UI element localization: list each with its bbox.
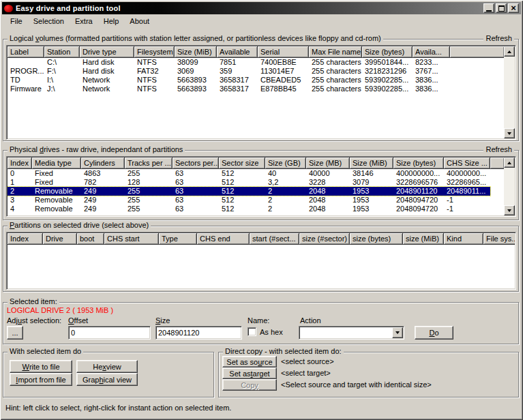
column-header[interactable]: CHS Size ... — [444, 158, 490, 169]
table-cell: 255 characters — [309, 67, 362, 76]
table-row[interactable]: 0Fixed486325563512404000038146400000000.… — [8, 169, 490, 178]
column-header[interactable]: Size (MiB) — [350, 158, 393, 169]
table-row[interactable]: 1Fixed782128635123,232283079322869657632… — [8, 178, 490, 187]
table-row[interactable]: 3Removable249255635122204819532048094720… — [8, 196, 490, 205]
set-as-source-button[interactable]: Set as source — [222, 356, 277, 368]
menu-selection[interactable]: Selection — [28, 16, 70, 27]
table-body[interactable]: 0Fixed486325563512404000038146400000000.… — [8, 169, 504, 215]
minimize-button[interactable] — [483, 3, 494, 13]
column-header[interactable]: Cylinders — [81, 158, 125, 169]
table-row[interactable]: FirmwareJ:\NetworkNTFS56638933658317E878… — [8, 85, 450, 93]
import-from-file-button[interactable]: Import from file — [10, 373, 72, 386]
column-header[interactable]: Sectors per... — [173, 158, 219, 169]
physical-drives-refresh[interactable]: Refresh — [483, 145, 514, 153]
column-header[interactable]: boot — [77, 233, 104, 245]
menu-extra[interactable]: Extra — [70, 16, 98, 27]
table-cell: 128 — [125, 178, 173, 187]
column-header[interactable]: Size (GB) — [265, 158, 306, 169]
dropdown-arrow-button[interactable] — [392, 327, 403, 338]
table-cell: Firmware — [8, 85, 44, 93]
graphical-view-button[interactable]: Graphical view — [76, 373, 138, 386]
table-row[interactable]: PROGR...F:\Hard diskFAT323069359113014E7… — [8, 67, 450, 76]
maximize-button[interactable] — [496, 3, 507, 13]
column-header[interactable]: Media type — [32, 158, 81, 169]
table-cell: NTFS — [134, 58, 175, 67]
table-cell: 2048094720 — [393, 196, 444, 205]
column-header[interactable]: CHS end — [197, 233, 250, 245]
write-to-file-button[interactable]: Write to file — [10, 360, 72, 373]
table-cell: 399501844... — [362, 58, 413, 67]
column-header[interactable]: Drive — [43, 233, 77, 245]
logical-volumes-scrollbar[interactable] — [504, 46, 515, 138]
scrollbar-track[interactable] — [504, 57, 515, 128]
column-header[interactable]: Size (MB) — [306, 158, 350, 169]
column-header[interactable]: Size (MiB) — [175, 46, 217, 58]
column-header[interactable]: Serial — [258, 46, 309, 58]
scroll-down-button[interactable] — [504, 128, 515, 138]
maximize-icon — [498, 5, 505, 12]
window-title: Easy drive and partition tool — [16, 4, 121, 12]
table-cell: -1 — [444, 205, 490, 213]
table-cell: Fixed — [32, 178, 81, 187]
table-cell: 255 characters — [309, 58, 362, 67]
column-header[interactable]: Filesystem — [134, 46, 175, 58]
column-header[interactable]: Size (bytes) — [362, 46, 413, 58]
column-header[interactable]: Station — [44, 46, 80, 58]
column-header[interactable]: start (#sect... — [250, 233, 299, 245]
column-header[interactable]: Type — [159, 233, 197, 245]
menu-about[interactable]: About — [124, 16, 155, 27]
table-row[interactable]: C:\Hard diskNTFS3809978517400EB8E255 cha… — [8, 58, 450, 67]
close-button[interactable]: × — [508, 3, 519, 13]
hex-view-button[interactable]: Hex view — [76, 360, 138, 373]
table-cell: 593902285... — [362, 85, 413, 93]
offset-input[interactable] — [68, 326, 151, 340]
table-cell: 2048 — [306, 205, 350, 213]
menu-help[interactable]: Help — [98, 16, 125, 27]
table-cell: 3 — [8, 196, 32, 205]
table-cell: 7851 — [217, 58, 258, 67]
table-cell: 38146 — [350, 169, 393, 178]
as-hex-checkbox[interactable] — [248, 327, 256, 336]
logical-volumes-refresh[interactable]: Refresh — [483, 34, 514, 42]
column-header[interactable]: Kind — [444, 233, 483, 245]
column-header[interactable]: Availa... — [413, 46, 450, 58]
column-header[interactable]: size (MiB) — [403, 233, 444, 245]
scroll-up-button[interactable] — [504, 158, 515, 168]
table-cell: 0 — [8, 169, 32, 178]
do-button[interactable]: Do — [415, 326, 453, 340]
action-dropdown[interactable] — [299, 326, 404, 340]
column-header[interactable]: CHS start — [104, 233, 159, 245]
column-header[interactable]: size (#sector) — [299, 233, 350, 245]
scrollbar-track[interactable] — [504, 168, 515, 205]
column-header[interactable]: Max File name — [309, 46, 362, 58]
column-header[interactable]: Tracks per ... — [125, 158, 173, 169]
size-input[interactable] — [155, 326, 242, 340]
table-row[interactable]: TDI:\NetworkNTFS56638933658317CBEADED525… — [8, 76, 450, 85]
table-cell: PROGR... — [8, 67, 44, 76]
titlebar[interactable]: Easy drive and partition tool × — [2, 2, 521, 14]
table-row[interactable]: 4Removable249255635122204819532048094720… — [8, 205, 490, 213]
column-header[interactable]: Drive type — [80, 46, 134, 58]
table-cell: 5663893 — [175, 85, 217, 93]
column-header[interactable]: Index — [8, 233, 43, 245]
menu-file[interactable]: File — [5, 16, 28, 27]
scroll-down-button[interactable] — [504, 205, 515, 215]
table-body[interactable] — [8, 245, 515, 288]
column-header[interactable]: Label — [8, 46, 44, 58]
physical-drives-scrollbar[interactable] — [504, 158, 515, 215]
scroll-up-button[interactable] — [504, 46, 515, 57]
table-cell: 2 — [265, 187, 306, 196]
column-header[interactable]: File sys... — [483, 233, 515, 245]
column-header[interactable]: size (bytes) — [350, 233, 403, 245]
adjust-selection-button[interactable]: ... — [7, 326, 23, 340]
table-cell: 255 characters — [309, 76, 362, 85]
set-as-target-button[interactable]: Set as target — [222, 368, 277, 379]
table-cell: 782 — [81, 178, 125, 187]
selected-item-group-label: Selected item: — [8, 297, 59, 305]
column-header[interactable]: Available — [217, 46, 258, 58]
table-body[interactable]: C:\Hard diskNTFS3809978517400EB8E255 cha… — [8, 58, 504, 138]
column-header[interactable]: Sector size — [219, 158, 265, 169]
table-row[interactable]: 2Removable249255635122204819532048901120… — [8, 187, 490, 196]
column-header[interactable]: Index — [8, 158, 32, 169]
column-header[interactable]: Size (bytes) — [393, 158, 444, 169]
